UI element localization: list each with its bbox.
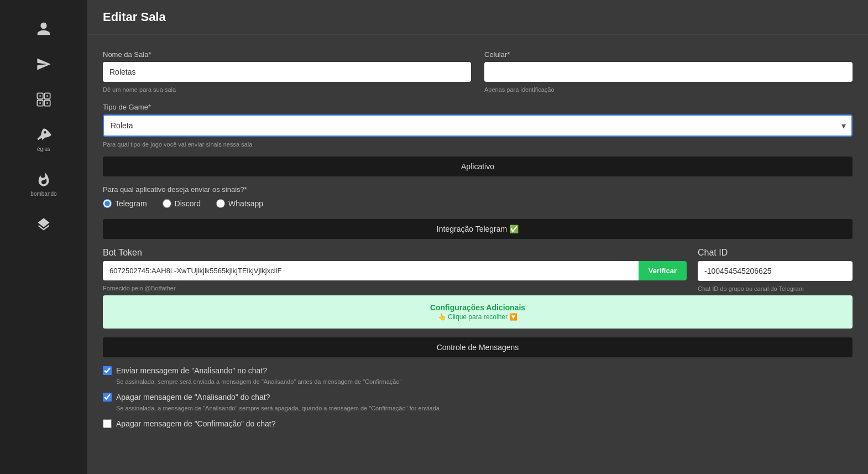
sidebar-item-strategies-label: égias	[37, 146, 50, 152]
checkbox-analisando-send-input[interactable]	[103, 366, 112, 375]
main-content: Editar Sala Nome da Sala* Dê um nome par…	[87, 0, 868, 474]
svg-point-4	[39, 95, 41, 97]
sidebar-item-dice[interactable]	[0, 82, 87, 117]
celular-hint: Apenas para identificação	[484, 86, 853, 93]
celular-label: Celular*	[484, 50, 853, 59]
radio-telegram-label: Telegram	[115, 199, 147, 208]
group-celular: Celular* Apenas para identificação	[484, 50, 853, 93]
radio-group: Telegram Discord Whatsapp	[103, 199, 853, 208]
chat-id-input[interactable]	[698, 261, 853, 281]
bot-token-label: Bot Token	[103, 248, 687, 258]
config-adicional[interactable]: Configurações Adicionais 👆 Clique para r…	[103, 295, 853, 329]
sidebar-item-bombando-label: bombando	[30, 191, 56, 197]
radio-item-whatsapp[interactable]: Whatsapp	[216, 199, 263, 208]
radio-discord[interactable]	[163, 199, 171, 208]
aplicativo-bar: Aplicativo	[103, 157, 853, 176]
celular-input[interactable]	[484, 62, 853, 82]
page-header: Editar Sala	[87, 0, 868, 35]
chat-id-hint: Chat ID do grupo ou canal do Telegram	[698, 285, 853, 292]
dice-icon	[36, 92, 51, 107]
group-tipo: Tipo de Game* Roleta Crash Mines Slots P…	[103, 103, 853, 148]
checkbox-analisando-send: Enviar mensagem de "Analisando" no chat?	[103, 366, 853, 375]
svg-point-6	[39, 102, 41, 104]
sidebar-item-bombando[interactable]: bombando	[0, 162, 87, 207]
svg-point-7	[46, 102, 48, 104]
checkbox-analisando-send-hint: Se assinalada, sempre será enviada a men…	[116, 378, 853, 385]
radio-discord-label: Discord	[175, 199, 201, 208]
radio-whatsapp-label: Whatsapp	[228, 199, 263, 208]
checkbox-analisando-delete-input[interactable]	[103, 393, 112, 402]
bot-token-input[interactable]	[103, 261, 639, 280]
radio-whatsapp[interactable]	[216, 199, 225, 208]
sidebar-item-telegram[interactable]	[0, 46, 87, 82]
checkbox-confirmacao-delete-label: Apagar mensagem de "Confirmação" do chat…	[116, 419, 276, 428]
tipo-label: Tipo de Game*	[103, 103, 853, 111]
send-icon	[36, 56, 51, 72]
layers-icon	[36, 217, 51, 232]
checkbox-confirmacao-delete: Apagar mensagem de "Confirmação" do chat…	[103, 419, 853, 428]
radio-item-telegram[interactable]: Telegram	[103, 199, 147, 208]
integracao-bar: Integração Telegram ✅	[103, 219, 853, 239]
sidebar-item-user[interactable]	[0, 11, 87, 46]
group-sala: Nome da Sala* Dê um nome para sua sala	[103, 50, 471, 93]
row-sala-celular: Nome da Sala* Dê um nome para sua sala C…	[103, 50, 853, 93]
sala-input[interactable]	[103, 62, 471, 82]
config-adicional-subtitle: 👆 Clique para recolher 🔽	[113, 313, 843, 321]
checkbox-analisando-send-label: Enviar mensagem de "Analisando" no chat?	[116, 366, 267, 375]
tipo-hint: Para qual tipo de jogo você vai enviar s…	[103, 141, 853, 148]
user-icon	[36, 21, 51, 37]
bot-token-group: Bot Token Verificar Fornecido pelo @Botf…	[103, 248, 687, 292]
bot-token-row: Bot Token Verificar Fornecido pelo @Botf…	[103, 248, 853, 292]
verify-button[interactable]: Verificar	[639, 261, 687, 280]
fire-icon	[36, 172, 51, 187]
radio-telegram[interactable]	[103, 199, 112, 208]
checkbox-analisando-delete-label: Apagar mensagem de "Analisando" do chat?	[116, 393, 270, 402]
sidebar: égias bombando	[0, 0, 87, 474]
radio-item-discord[interactable]: Discord	[163, 199, 201, 208]
chat-id-group: Chat ID Chat ID do grupo ou canal do Tel…	[698, 248, 853, 292]
bot-token-hint: Fornecido pelo @Botfather	[103, 285, 687, 291]
sidebar-item-strategies[interactable]: égias	[0, 117, 87, 162]
chat-id-label: Chat ID	[698, 248, 853, 258]
controle-bar: Controle de Mensagens	[103, 337, 853, 357]
checkbox-analisando-delete: Apagar mensagem de "Analisando" do chat?	[103, 393, 853, 402]
page-title: Editar Sala	[103, 10, 853, 24]
rocket-icon	[36, 127, 51, 143]
bot-token-input-row: Verificar	[103, 261, 687, 280]
checkbox-confirmacao-delete-input[interactable]	[103, 419, 112, 428]
svg-point-5	[46, 95, 48, 97]
sala-label: Nome da Sala*	[103, 50, 471, 59]
radio-question: Para qual aplicativo deseja enviar os si…	[103, 185, 853, 194]
sidebar-item-layers[interactable]	[0, 207, 87, 242]
config-adicional-title: Configurações Adicionais	[113, 303, 843, 312]
tipo-select[interactable]: Roleta Crash Mines Slots	[103, 114, 853, 137]
form-container: Nome da Sala* Dê um nome para sua sala C…	[87, 35, 868, 451]
sala-hint: Dê um nome para sua sala	[103, 86, 471, 93]
checkbox-analisando-delete-hint: Se assinalada, a mensagem de "Analisando…	[116, 405, 853, 412]
tipo-select-wrapper: Roleta Crash Mines Slots	[103, 114, 853, 137]
